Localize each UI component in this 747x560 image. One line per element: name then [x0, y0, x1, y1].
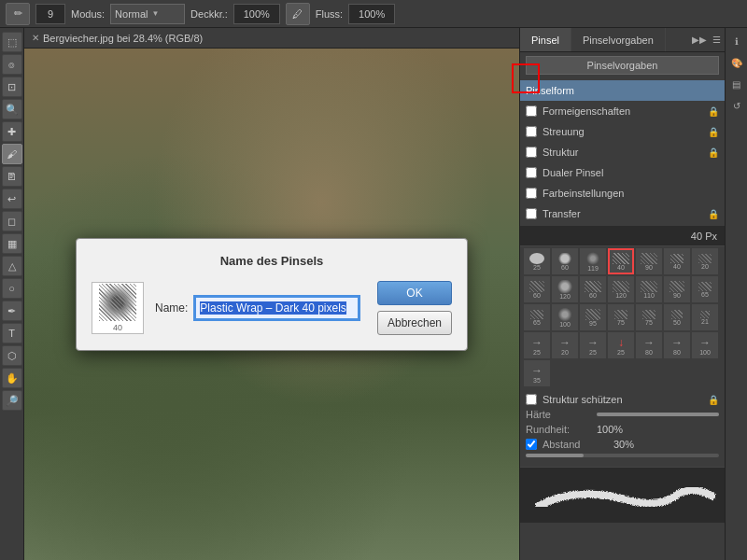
brush-cell[interactable]: → 25	[524, 332, 550, 358]
pen-tool[interactable]: ✒	[2, 301, 22, 321]
abstand-label: Abstand	[543, 439, 608, 450]
history-tool[interactable]: ↩	[2, 189, 22, 209]
gradient-tool[interactable]: ▦	[2, 233, 22, 254]
tab-pinsel[interactable]: Pinsel	[520, 28, 571, 51]
dodge-tool[interactable]: ○	[2, 278, 22, 299]
abstand-checkbox[interactable]	[526, 439, 537, 450]
struktur-schuetzen-row: Struktur schützen 🔒	[526, 394, 719, 405]
brush-cell[interactable]: 120	[608, 276, 634, 302]
brush-cell-selected[interactable]: 40	[608, 248, 634, 274]
brush-cell[interactable]: 95	[580, 304, 606, 330]
text-tool[interactable]: T	[2, 323, 22, 343]
brush-size-value: 40 Px	[691, 231, 717, 242]
info-icon[interactable]: ℹ	[727, 32, 746, 50]
brush-cell[interactable]: 75	[636, 304, 662, 330]
struktur-checkbox[interactable]	[526, 147, 537, 158]
brush-cell[interactable]: → 80	[664, 332, 690, 358]
tab-pinselvorgaben[interactable]: Pinselvorgaben	[571, 28, 666, 51]
transfer-checkbox[interactable]	[526, 208, 537, 219]
brush-cell[interactable]: 60	[580, 276, 606, 302]
brush-tool[interactable]: 🖌	[2, 144, 22, 164]
brush-tab-expand-icon[interactable]: ▶▶	[692, 35, 707, 45]
transfer-label: Transfer	[543, 208, 581, 219]
eyedropper-tool[interactable]: 🔍	[2, 99, 22, 119]
history-panel-icon[interactable]: ↺	[727, 96, 746, 115]
clone-tool[interactable]: 🖹	[2, 166, 22, 187]
dialog-name-input[interactable]	[195, 297, 359, 319]
streuung-lock-icon: 🔒	[708, 127, 719, 137]
brush-cell[interactable]: 100	[552, 304, 578, 330]
brush-form-pinselform[interactable]: Pinselform	[520, 80, 725, 101]
fluss-input[interactable]: 100%	[348, 4, 395, 24]
brush-cell[interactable]: 120	[552, 276, 578, 302]
brush-cell[interactable]: 90	[636, 248, 662, 274]
brush-form-transfer[interactable]: Transfer 🔒	[520, 203, 725, 224]
brush-cell[interactable]: 40	[664, 248, 690, 274]
brush-cell[interactable]: 90	[664, 276, 690, 302]
dualer-pinsel-checkbox[interactable]	[526, 167, 537, 178]
blur-tool[interactable]: △	[2, 256, 22, 276]
brush-cell[interactable]: → 35	[524, 360, 550, 386]
brush-cell[interactable]: 65	[692, 276, 718, 302]
color-icon[interactable]: 🎨	[727, 53, 746, 72]
brush-cell[interactable]: 110	[636, 276, 662, 302]
dialog-ok-button[interactable]: OK	[377, 281, 452, 305]
brush-cell[interactable]: → 20	[552, 332, 578, 358]
brush-cell[interactable]: → 100	[692, 332, 718, 358]
haerte-slider[interactable]	[597, 413, 719, 416]
brush-cell[interactable]: 60	[552, 248, 578, 274]
abstand-slider[interactable]	[526, 454, 719, 457]
dualer-pinsel-label: Dualer Pinsel	[543, 167, 603, 178]
dialog-box: Name des Pinsels 40 Name: OK Abbrechen	[76, 238, 468, 351]
brush-presets-button[interactable]: Pinselvorgaben	[526, 56, 719, 75]
brush-stroke-preview	[520, 467, 725, 523]
crop-tool[interactable]: ⊡	[2, 77, 22, 97]
brush-cell[interactable]: 75	[608, 304, 634, 330]
hand-tool[interactable]: ✋	[2, 368, 22, 388]
brush-form-struktur[interactable]: Struktur 🔒	[520, 142, 725, 162]
brush-grid-row-4: → 25 → 20 → 25 ↓ 25 → 80	[524, 332, 721, 358]
brush-cell[interactable]: 20	[692, 248, 718, 274]
layers-icon[interactable]: ▤	[727, 75, 746, 93]
deckkraft-icon[interactable]: 🖊	[286, 3, 310, 25]
right-settings: Struktur schützen 🔒 Härte Rundheit: 100%…	[520, 388, 725, 467]
lasso-tool[interactable]: ⌾	[2, 54, 22, 75]
streuung-label: Streuung	[543, 126, 585, 137]
brush-form-streuung[interactable]: Streuung 🔒	[520, 121, 725, 142]
modus-dropdown-arrow: ▼	[152, 9, 160, 18]
brush-cell[interactable]: 60	[524, 276, 550, 302]
brush-cell[interactable]: ↓ 25	[608, 332, 634, 358]
brush-cell[interactable]: 50	[664, 304, 690, 330]
brush-form-dualer-pinsel[interactable]: Dualer Pinsel	[520, 162, 725, 183]
brush-tabs: Pinsel Pinselvorgaben ▶▶ ☰	[520, 28, 725, 52]
brush-form-formeigenschaften[interactable]: Formeigenschaften 🔒	[520, 101, 725, 121]
deckkraft-input[interactable]: 100%	[233, 4, 280, 24]
formeigenschaften-checkbox[interactable]	[526, 105, 537, 117]
transfer-lock-icon: 🔒	[708, 209, 719, 219]
zoom-tool[interactable]: 🔎	[2, 390, 22, 411]
healing-tool[interactable]: ✚	[2, 121, 22, 142]
brush-form-farbeinstellungen[interactable]: Farbeinstellungen	[520, 183, 725, 203]
streuung-checkbox[interactable]	[526, 126, 537, 137]
select-rect-tool[interactable]: ⬚	[2, 32, 22, 52]
brush-cell[interactable]: 65	[524, 304, 550, 330]
brush-cell[interactable]: 21	[692, 304, 718, 330]
brush-tool-icon[interactable]: ✏	[6, 3, 30, 25]
farbeinstellungen-checkbox[interactable]	[526, 188, 537, 199]
brush-cell[interactable]: → 25	[580, 332, 606, 358]
brush-tab-menu-icon[interactable]: ☰	[712, 35, 721, 45]
brush-cell[interactable]: → 80	[636, 332, 662, 358]
brush-grid-row-1: 25 60 119 40 90	[524, 248, 721, 274]
brush-cell[interactable]: 119	[580, 248, 606, 274]
brush-cell[interactable]: 25	[524, 248, 550, 274]
modus-dropdown[interactable]: Normal ▼	[110, 4, 185, 24]
abstand-slider-row	[526, 454, 719, 457]
rundheit-row: Rundheit: 100%	[526, 424, 719, 435]
haerte-row: Härte	[526, 409, 719, 420]
brush-size-input[interactable]: 9	[35, 4, 65, 24]
eraser-tool[interactable]: ◻	[2, 211, 22, 231]
struktur-schuetzen-checkbox[interactable]	[526, 394, 537, 405]
path-tool[interactable]: ⬡	[2, 345, 22, 366]
formeigenschaften-lock-icon: 🔒	[708, 106, 719, 117]
dialog-cancel-button[interactable]: Abbrechen	[377, 311, 452, 335]
